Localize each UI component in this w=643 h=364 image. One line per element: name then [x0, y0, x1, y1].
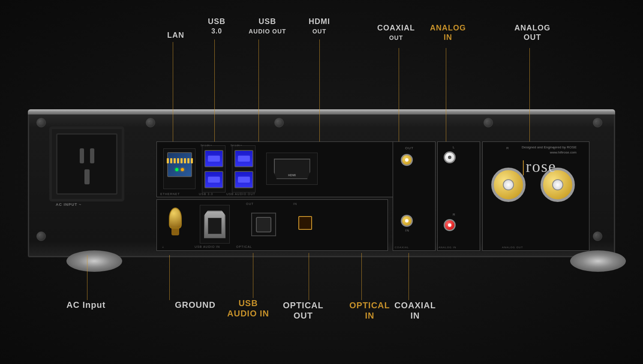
hdmi-inner-label: HDMI — [288, 174, 296, 177]
screw-tm2 — [484, 118, 493, 127]
brand-text: |rose — [522, 157, 577, 176]
coaxial-out-inner-label: OUT — [405, 146, 414, 150]
usb-audio-out-rating: 5V 1.0A = — [231, 144, 242, 147]
lan-top-label: LAN — [167, 31, 184, 40]
coaxial-out-rca — [401, 154, 413, 166]
ground-section-label: ⏚ — [162, 245, 164, 248]
hdmi-out-guide-line — [319, 39, 320, 141]
ground-post — [169, 208, 182, 235]
brand-designed: Designed and Engineered by ROSE www.hifi… — [522, 145, 577, 155]
analog-out-section-label: ANALOG OUT — [502, 246, 523, 249]
analog-out-r-label: R — [506, 146, 509, 150]
coaxial-in-inner-label: IN — [405, 229, 409, 232]
coaxial-panel: OUT IN COAXIAL — [393, 141, 436, 251]
usb-audio-in-guide-line — [253, 253, 253, 298]
optical-section-label: OPTICAL — [236, 245, 252, 248]
usb-audio-in-bottom-label-inline: USB AUDIO IN — [195, 245, 220, 248]
optical-out-bottom-label: OPTICALOUT — [283, 300, 324, 321]
usb-audio-out-guide-line — [258, 39, 259, 141]
coaxial-section-bottom-label: COAXIAL — [395, 246, 409, 249]
analog-in-l-label: L — [453, 145, 455, 149]
ac-input-guide-line — [87, 255, 87, 300]
optical-in-guide-line — [361, 253, 362, 300]
foot-right — [570, 250, 626, 272]
device-top-bar — [28, 109, 615, 114]
analog-in-top-label: ANALOGIN — [430, 24, 466, 42]
screw-tl — [36, 118, 46, 127]
bottom-row-panel: ⏚ USB AUDIO IN OUT IN OPTICAL — [156, 199, 388, 251]
optical-in-bottom-label: OPTICALIN — [349, 300, 390, 321]
coaxial-in-rca — [401, 215, 413, 227]
analog-in-guide-line — [446, 48, 446, 141]
coaxial-out-top-label: COAXIALOUT — [377, 24, 415, 42]
optical-in-port — [298, 216, 312, 230]
analog-in-l-rca — [444, 151, 456, 163]
ground-bottom-label: GROUND — [175, 300, 216, 310]
usb-audio-out-top-label: USBAUDIO OUT — [249, 17, 286, 36]
usb-audio-out-port — [232, 145, 255, 193]
optical-out-top-label: OUT — [246, 202, 254, 205]
usb-audio-in-bottom-label: USBAUDIO IN — [227, 298, 269, 319]
brand-pipe: | — [522, 157, 526, 175]
usb-audio-out-bottom-label: USB AUDIO OUT — [226, 193, 255, 196]
usb30-bottom-label: USB 3.0 — [199, 193, 213, 196]
analog-in-r-label: R — [453, 213, 456, 217]
analog-in-section-label: ANALOG IN — [439, 246, 457, 249]
coaxial-in-bottom-label: COAXIALIN — [394, 300, 436, 321]
lan-guide-line — [173, 42, 173, 141]
analog-out-r-rca-large — [491, 168, 526, 202]
usb30-top-label: USB 3.0 — [208, 17, 225, 36]
page: AC INPUT ~ — [0, 0, 643, 364]
optical-in-top-label: IN — [293, 202, 297, 205]
usb30-guide-line — [214, 39, 215, 141]
coaxial-in-guide-line — [409, 253, 409, 300]
ac-socket-housing — [49, 126, 124, 202]
optical-out-port — [251, 213, 276, 236]
ground-guide-line — [169, 255, 170, 300]
hdmi-out-top-label: HDMIOUT — [309, 17, 330, 36]
screw-bl — [36, 232, 46, 241]
analog-out-guide-line — [529, 48, 530, 141]
ethernet-port — [163, 148, 195, 189]
screw-tm1 — [146, 118, 155, 127]
hdmi-port: HDMI — [266, 153, 318, 185]
analog-in-r-rca — [444, 219, 456, 231]
brand-area: Designed and Engineered by ROSE www.hifi… — [522, 145, 577, 176]
ac-input-inline-label: AC INPUT ~ — [56, 202, 81, 207]
screw-br — [593, 232, 602, 241]
analog-out-top-label: ANALOGOUT — [514, 24, 550, 42]
ethernet-bottom-label: ETHERNET — [160, 193, 180, 196]
usb-b-port — [200, 205, 230, 244]
screw-tm3 — [274, 118, 284, 127]
optical-out-guide-line — [309, 253, 309, 300]
foot-left — [66, 250, 122, 272]
coaxial-out-guide-line — [399, 48, 399, 141]
ac-input-bottom-label: AC Input — [66, 300, 105, 310]
screw-tr — [593, 118, 602, 127]
analog-in-panel: L R ANALOG IN — [437, 141, 480, 251]
